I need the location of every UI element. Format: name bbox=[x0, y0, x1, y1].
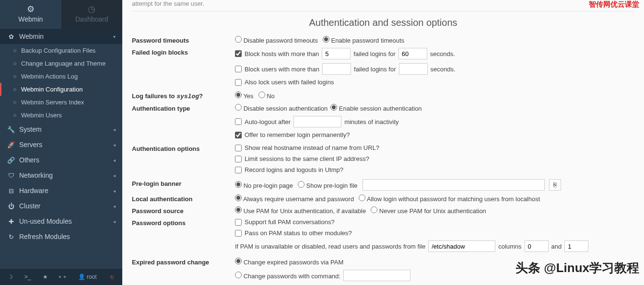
label-expired-change: Expired password change bbox=[132, 258, 235, 266]
input-col2[interactable] bbox=[564, 240, 588, 252]
sidebar: ⚙ Webmin ◷ Dashboard ✿ Webmin ▾ Backup C… bbox=[0, 0, 122, 285]
disk-icon: ⊟ bbox=[7, 187, 15, 194]
prior-text: attempt for the same user. bbox=[132, 0, 634, 11]
terminal-button[interactable]: >_ bbox=[19, 272, 35, 282]
radio-disable-session[interactable]: Disable session authentication bbox=[235, 104, 328, 112]
input-pam-file[interactable] bbox=[428, 240, 495, 252]
radio-allow-localhost[interactable]: Allow login without password for matchin… bbox=[359, 194, 540, 203]
input-auto-logout[interactable] bbox=[293, 116, 341, 127]
sidebar-cat-webmin[interactable]: ✿ Webmin ▾ bbox=[0, 29, 122, 44]
radio-show-prelogin[interactable]: Show pre-login file bbox=[298, 181, 358, 189]
sidebar-cat-unused[interactable]: ✚Un-used Modules◂ bbox=[0, 214, 122, 229]
label-auth-type: Authentication type bbox=[132, 104, 235, 112]
radio-disable-pw-timeouts[interactable]: Disable password timeouts bbox=[235, 36, 318, 44]
tab-webmin[interactable]: ⚙ Webmin bbox=[0, 0, 61, 29]
input-hosts-count[interactable] bbox=[322, 48, 351, 59]
input-change-cmd[interactable] bbox=[343, 270, 410, 281]
check-also-lock[interactable] bbox=[235, 79, 242, 86]
sidebar-item-configuration[interactable]: Webmin Configuration bbox=[0, 83, 122, 96]
main-content: 智传网优云课堂 attempt for the same user. Authe… bbox=[122, 0, 644, 285]
sidebar-refresh[interactable]: ↻Refresh Modules bbox=[0, 229, 122, 244]
radio-syslog-no[interactable]: No bbox=[258, 91, 275, 100]
puzzle-icon: ✚ bbox=[7, 218, 15, 225]
sidebar-item-backup[interactable]: Backup Configuration Files bbox=[0, 44, 122, 57]
user-icon: 👤 bbox=[78, 274, 85, 280]
watermark-top: 智传网优云课堂 bbox=[589, 0, 639, 9]
radio-change-via-pam[interactable]: Change expired passwords via PAM bbox=[235, 258, 343, 266]
check-pam-status[interactable] bbox=[235, 230, 242, 237]
bullet-icon bbox=[13, 49, 16, 52]
share-button[interactable]: ⚬⚬ bbox=[54, 272, 70, 282]
logout-button[interactable]: ⎋ bbox=[104, 272, 120, 282]
caret-left-icon: ◂ bbox=[113, 127, 116, 132]
star-icon: ★ bbox=[43, 274, 48, 280]
sidebar-cat-servers[interactable]: 🚀Servers◂ bbox=[0, 137, 122, 152]
gear-icon: ✿ bbox=[7, 33, 15, 40]
label-local-auth: Local authentication bbox=[132, 194, 235, 203]
sidebar-item-language[interactable]: Change Language and Theme bbox=[0, 57, 122, 70]
radio-enable-session[interactable]: Enable session authentication bbox=[330, 104, 422, 112]
radio-no-prelogin[interactable]: No pre-login page bbox=[235, 181, 293, 189]
sidebar-item-users[interactable]: Webmin Users bbox=[0, 109, 122, 122]
check-pam-conv[interactable] bbox=[235, 219, 242, 226]
radio-enable-pw-timeouts[interactable]: Enable password timeouts bbox=[323, 36, 404, 44]
favorites-button[interactable]: ★ bbox=[37, 272, 53, 282]
sidebar-item-actions-log[interactable]: Webmin Actions Log bbox=[0, 70, 122, 83]
caret-down-icon: ▾ bbox=[113, 34, 116, 39]
link-icon: 🔗 bbox=[7, 157, 15, 164]
bullet-icon bbox=[13, 75, 16, 78]
label-password-source: Password source bbox=[132, 206, 235, 215]
caret-left-icon: ◂ bbox=[113, 204, 116, 209]
caret-left-icon: ◂ bbox=[113, 173, 116, 178]
input-col1[interactable] bbox=[525, 240, 549, 252]
watermark-bottom: 头条 @Linux学习教程 bbox=[515, 260, 639, 276]
panel-title: Authentication and session options bbox=[132, 11, 634, 34]
tab-webmin-label: Webmin bbox=[18, 15, 43, 23]
radio-never-pam[interactable]: Never use PAM for Unix authentication bbox=[371, 206, 486, 215]
terminal-icon: >_ bbox=[24, 274, 31, 280]
check-auto-logout[interactable] bbox=[235, 118, 242, 125]
radio-change-with-cmd[interactable]: Change passwords with command: bbox=[235, 272, 340, 280]
label-log-failures: Log failures to syslog? bbox=[132, 91, 235, 100]
label-failed-login-blocks: Failed login blocks bbox=[132, 48, 235, 56]
shield-icon: 🛡 bbox=[7, 172, 15, 179]
input-users-count[interactable] bbox=[322, 63, 351, 75]
caret-left-icon: ◂ bbox=[113, 219, 116, 224]
check-block-hosts[interactable] bbox=[235, 50, 242, 57]
check-record-utmp[interactable] bbox=[235, 167, 242, 173]
caret-left-icon: ◂ bbox=[113, 188, 116, 194]
sidebar-cat-others[interactable]: 🔗Others◂ bbox=[0, 152, 122, 168]
sidebar-cat-system[interactable]: 🔧System◂ bbox=[0, 122, 122, 137]
bullet-icon bbox=[13, 101, 16, 104]
check-remember[interactable] bbox=[235, 132, 242, 138]
radio-use-pam[interactable]: Use PAM for Unix authentication, if avai… bbox=[235, 206, 366, 215]
sidebar-cat-cluster[interactable]: ⏻Cluster◂ bbox=[0, 198, 122, 214]
check-block-users[interactable] bbox=[235, 66, 242, 72]
file-browse-button[interactable]: ⎘ bbox=[549, 179, 561, 191]
sidebar-cat-networking[interactable]: 🛡Networking◂ bbox=[0, 168, 122, 183]
logout-icon: ⎋ bbox=[110, 274, 114, 280]
tab-dashboard-label: Dashboard bbox=[75, 15, 108, 23]
label-password-options: Password options bbox=[132, 218, 235, 227]
webmin-icon: ⚙ bbox=[0, 4, 61, 14]
sidebar-tabs: ⚙ Webmin ◷ Dashboard bbox=[0, 0, 122, 29]
bullet-icon bbox=[13, 62, 16, 65]
theme-toggle-button[interactable]: ☽ bbox=[2, 272, 18, 282]
caret-left-icon: ◂ bbox=[113, 142, 116, 148]
input-users-seconds[interactable] bbox=[399, 63, 428, 75]
check-real-hostname[interactable] bbox=[235, 145, 242, 151]
radio-always-require[interactable]: Always require username and password bbox=[235, 194, 354, 203]
bullet-icon bbox=[13, 88, 16, 91]
sidebar-item-servers-index[interactable]: Webmin Servers Index bbox=[0, 96, 122, 109]
dashboard-icon: ◷ bbox=[61, 4, 123, 14]
input-prelogin-file[interactable] bbox=[363, 179, 545, 191]
caret-left-icon: ◂ bbox=[113, 158, 116, 163]
input-hosts-seconds[interactable] bbox=[398, 48, 427, 59]
check-limit-ip[interactable] bbox=[235, 156, 242, 162]
radio-syslog-yes[interactable]: Yes bbox=[235, 91, 254, 100]
file-icon: ⎘ bbox=[553, 182, 557, 188]
tab-dashboard[interactable]: ◷ Dashboard bbox=[61, 0, 123, 29]
user-button[interactable]: 👤 root bbox=[72, 272, 103, 282]
sidebar-cat-hardware[interactable]: ⊟Hardware◂ bbox=[0, 183, 122, 198]
power-icon: ⏻ bbox=[7, 203, 15, 210]
